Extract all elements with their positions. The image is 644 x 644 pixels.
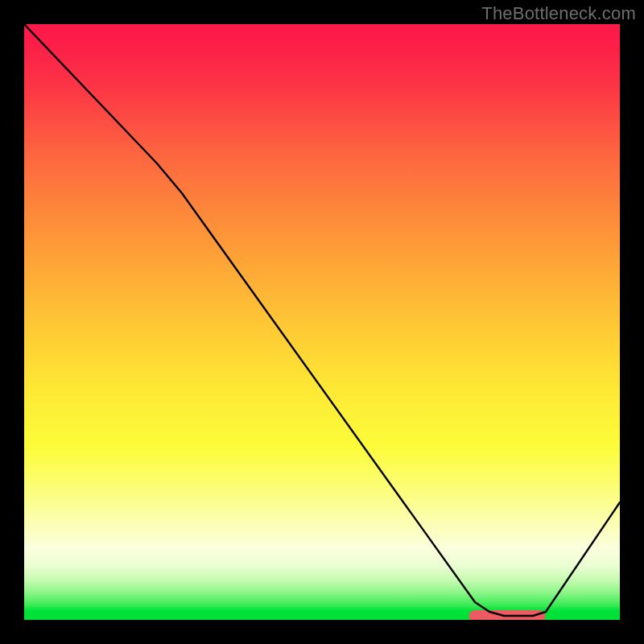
curve-line (24, 24, 620, 616)
chart-frame: TheBottleneck.com (0, 0, 644, 644)
plot-area (24, 24, 620, 620)
watermark-label: TheBottleneck.com (481, 3, 636, 24)
chart-svg (24, 24, 620, 620)
